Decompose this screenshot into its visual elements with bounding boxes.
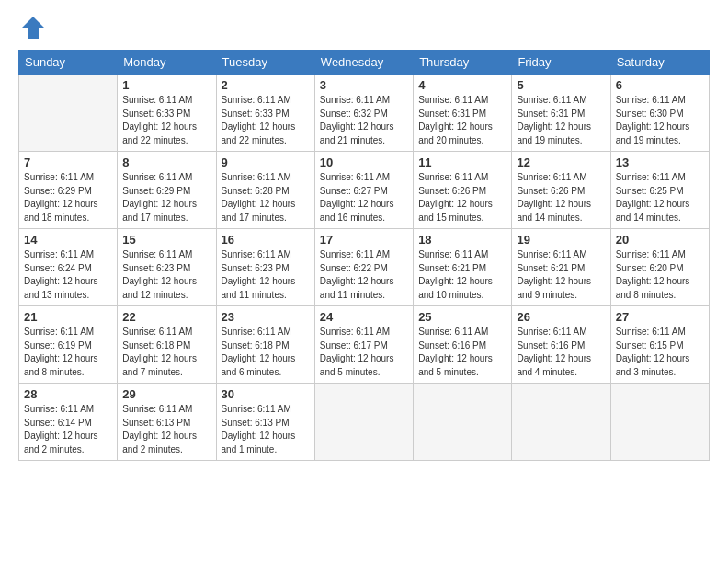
calendar-cell: 4Sunrise: 6:11 AMSunset: 6:31 PMDaylight… (414, 75, 512, 152)
day-number: 7 (24, 155, 112, 169)
calendar-cell: 12Sunrise: 6:11 AMSunset: 6:26 PMDayligh… (512, 152, 610, 229)
calendar-cell: 11Sunrise: 6:11 AMSunset: 6:26 PMDayligh… (414, 152, 512, 229)
calendar-cell: 26Sunrise: 6:11 AMSunset: 6:16 PMDayligh… (512, 306, 610, 384)
calendar-cell (414, 384, 512, 461)
calendar-cell: 24Sunrise: 6:11 AMSunset: 6:17 PMDayligh… (314, 306, 413, 384)
day-info: Sunrise: 6:11 AMSunset: 6:31 PMDaylight:… (418, 94, 506, 147)
day-number: 24 (320, 310, 408, 324)
day-info: Sunrise: 6:11 AMSunset: 6:28 PMDaylight:… (222, 171, 310, 224)
day-info: Sunrise: 6:11 AMSunset: 6:27 PMDaylight:… (320, 171, 408, 224)
calendar-cell: 15Sunrise: 6:11 AMSunset: 6:23 PMDayligh… (118, 229, 216, 306)
calendar-cell: 27Sunrise: 6:11 AMSunset: 6:15 PMDayligh… (610, 306, 709, 384)
day-info: Sunrise: 6:11 AMSunset: 6:15 PMDaylight:… (616, 326, 704, 379)
day-number: 17 (320, 233, 408, 247)
col-friday: Friday (512, 51, 610, 75)
calendar-cell: 8Sunrise: 6:11 AMSunset: 6:29 PMDaylight… (118, 152, 216, 229)
day-number: 29 (122, 387, 210, 401)
day-info: Sunrise: 6:11 AMSunset: 6:14 PMDaylight:… (24, 403, 112, 456)
logo (18, 15, 46, 40)
day-info: Sunrise: 6:11 AMSunset: 6:21 PMDaylight:… (418, 248, 506, 302)
day-number: 3 (320, 78, 408, 92)
calendar-cell: 6Sunrise: 6:11 AMSunset: 6:30 PMDaylight… (610, 75, 709, 152)
calendar-cell: 28Sunrise: 6:11 AMSunset: 6:14 PMDayligh… (19, 384, 118, 461)
day-info: Sunrise: 6:11 AMSunset: 6:23 PMDaylight:… (122, 248, 210, 302)
day-info: Sunrise: 6:11 AMSunset: 6:19 PMDaylight:… (24, 326, 112, 379)
calendar-cell: 14Sunrise: 6:11 AMSunset: 6:24 PMDayligh… (19, 229, 118, 306)
day-info: Sunrise: 6:11 AMSunset: 6:23 PMDaylight:… (222, 248, 310, 302)
day-number: 18 (418, 233, 506, 247)
day-number: 6 (616, 78, 704, 92)
day-info: Sunrise: 6:11 AMSunset: 6:13 PMDaylight:… (122, 403, 210, 456)
day-info: Sunrise: 6:11 AMSunset: 6:17 PMDaylight:… (320, 326, 408, 379)
day-info: Sunrise: 6:11 AMSunset: 6:29 PMDaylight:… (24, 171, 112, 224)
day-info: Sunrise: 6:11 AMSunset: 6:31 PMDaylight:… (517, 94, 605, 147)
col-tuesday: Tuesday (216, 51, 314, 75)
day-info: Sunrise: 6:11 AMSunset: 6:18 PMDaylight:… (222, 326, 310, 379)
calendar-cell: 23Sunrise: 6:11 AMSunset: 6:18 PMDayligh… (216, 306, 314, 384)
day-number: 26 (517, 310, 605, 324)
day-number: 25 (418, 310, 506, 324)
day-info: Sunrise: 6:11 AMSunset: 6:32 PMDaylight:… (320, 94, 408, 147)
day-info: Sunrise: 6:11 AMSunset: 6:16 PMDaylight:… (418, 326, 506, 379)
day-info: Sunrise: 6:11 AMSunset: 6:26 PMDaylight:… (418, 171, 506, 224)
calendar-cell: 30Sunrise: 6:11 AMSunset: 6:13 PMDayligh… (216, 384, 314, 461)
calendar-cell: 29Sunrise: 6:11 AMSunset: 6:13 PMDayligh… (118, 384, 216, 461)
calendar-cell: 19Sunrise: 6:11 AMSunset: 6:21 PMDayligh… (512, 229, 610, 306)
day-number: 15 (122, 233, 210, 247)
calendar-cell: 16Sunrise: 6:11 AMSunset: 6:23 PMDayligh… (216, 229, 314, 306)
day-number: 2 (222, 78, 310, 92)
day-number: 4 (418, 78, 506, 92)
calendar-cell: 18Sunrise: 6:11 AMSunset: 6:21 PMDayligh… (414, 229, 512, 306)
day-number: 11 (418, 155, 506, 169)
col-sunday: Sunday (19, 51, 118, 75)
day-info: Sunrise: 6:11 AMSunset: 6:18 PMDaylight:… (122, 326, 210, 379)
calendar-cell: 21Sunrise: 6:11 AMSunset: 6:19 PMDayligh… (19, 306, 118, 384)
day-info: Sunrise: 6:11 AMSunset: 6:33 PMDaylight:… (122, 94, 210, 147)
calendar-cell: 22Sunrise: 6:11 AMSunset: 6:18 PMDayligh… (118, 306, 216, 384)
day-info: Sunrise: 6:11 AMSunset: 6:30 PMDaylight:… (616, 94, 704, 147)
svg-marker-0 (22, 17, 44, 39)
day-number: 20 (616, 233, 704, 247)
day-number: 22 (122, 310, 210, 324)
day-number: 8 (122, 155, 210, 169)
day-number: 13 (616, 155, 704, 169)
col-wednesday: Wednesday (314, 51, 413, 75)
calendar-table: Sunday Monday Tuesday Wednesday Thursday… (18, 50, 710, 461)
calendar-cell (314, 384, 413, 461)
logo-icon (20, 15, 46, 40)
col-monday: Monday (118, 51, 216, 75)
day-info: Sunrise: 6:11 AMSunset: 6:26 PMDaylight:… (517, 171, 605, 224)
day-number: 23 (222, 310, 310, 324)
day-number: 30 (222, 387, 310, 401)
calendar-header-row: Sunday Monday Tuesday Wednesday Thursday… (19, 51, 710, 75)
calendar-cell: 10Sunrise: 6:11 AMSunset: 6:27 PMDayligh… (314, 152, 413, 229)
calendar-cell (19, 75, 118, 152)
calendar-cell: 2Sunrise: 6:11 AMSunset: 6:33 PMDaylight… (216, 75, 314, 152)
calendar-cell: 7Sunrise: 6:11 AMSunset: 6:29 PMDaylight… (19, 152, 118, 229)
calendar-cell: 25Sunrise: 6:11 AMSunset: 6:16 PMDayligh… (414, 306, 512, 384)
calendar-cell (512, 384, 610, 461)
day-number: 28 (24, 387, 112, 401)
day-number: 19 (517, 233, 605, 247)
col-saturday: Saturday (610, 51, 709, 75)
day-number: 12 (517, 155, 605, 169)
day-number: 9 (222, 155, 310, 169)
day-info: Sunrise: 6:11 AMSunset: 6:25 PMDaylight:… (616, 171, 704, 224)
day-number: 14 (24, 233, 112, 247)
day-info: Sunrise: 6:11 AMSunset: 6:29 PMDaylight:… (122, 171, 210, 224)
calendar-cell: 20Sunrise: 6:11 AMSunset: 6:20 PMDayligh… (610, 229, 709, 306)
calendar-cell: 13Sunrise: 6:11 AMSunset: 6:25 PMDayligh… (610, 152, 709, 229)
calendar-cell: 17Sunrise: 6:11 AMSunset: 6:22 PMDayligh… (314, 229, 413, 306)
day-info: Sunrise: 6:11 AMSunset: 6:24 PMDaylight:… (24, 248, 112, 302)
col-thursday: Thursday (414, 51, 512, 75)
day-number: 10 (320, 155, 408, 169)
day-info: Sunrise: 6:11 AMSunset: 6:20 PMDaylight:… (616, 248, 704, 302)
calendar-cell: 9Sunrise: 6:11 AMSunset: 6:28 PMDaylight… (216, 152, 314, 229)
day-number: 5 (517, 78, 605, 92)
day-info: Sunrise: 6:11 AMSunset: 6:16 PMDaylight:… (517, 326, 605, 379)
day-info: Sunrise: 6:11 AMSunset: 6:21 PMDaylight:… (517, 248, 605, 302)
calendar-cell: 1Sunrise: 6:11 AMSunset: 6:33 PMDaylight… (118, 75, 216, 152)
day-number: 27 (616, 310, 704, 324)
day-number: 16 (222, 233, 310, 247)
calendar-cell (610, 384, 709, 461)
